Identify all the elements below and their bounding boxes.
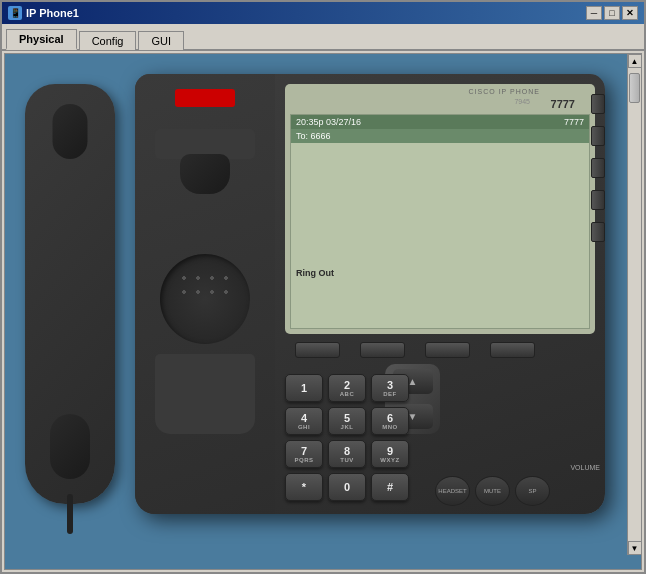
vertical-scrollbar: ▲ ▼ (627, 54, 641, 555)
screen-status: Ring Out (296, 268, 334, 278)
scroll-down-button[interactable]: ▼ (628, 541, 642, 555)
main-window: 📱 IP Phone1 ─ □ ✕ Physical Config GUI ▲ (0, 0, 646, 574)
key-9[interactable]: 9 WXYZ (371, 440, 409, 468)
title-bar-left: 📱 IP Phone1 (8, 6, 79, 20)
title-bar: 📱 IP Phone1 ─ □ ✕ (2, 2, 644, 24)
window-title: IP Phone1 (26, 7, 79, 19)
tab-bar: Physical Config GUI (2, 24, 644, 51)
screen-ext: 7777 (564, 117, 584, 127)
key-6[interactable]: 6 MNO (371, 407, 409, 435)
volume-label: VOLUME (435, 464, 600, 471)
phone-screen: 20:35p 03/27/16 7777 To: 6666 Ring Out (290, 114, 590, 329)
screen-main-area: Ring Out (291, 143, 589, 283)
tab-gui[interactable]: GUI (138, 31, 184, 50)
softkey-3[interactable] (425, 342, 470, 358)
keypad: 1 2 ABC 3 DEF 4 (285, 374, 409, 501)
indicator-light (175, 89, 235, 107)
key-2[interactable]: 2 ABC (328, 374, 366, 402)
phone-body: CISCO IP PHONE 7945 7777 20:35p 03/27/16… (135, 74, 605, 514)
phone-viewport: CISCO IP PHONE 7945 7777 20:35p 03/27/16… (5, 54, 641, 569)
model-label: 7945 (514, 98, 530, 105)
side-btn-3[interactable] (591, 158, 605, 178)
speaker-button[interactable]: SP (515, 476, 550, 506)
mute-button[interactable]: MUTE (475, 476, 510, 506)
side-btn-4[interactable] (591, 190, 605, 210)
key-8[interactable]: 8 TUV (328, 440, 366, 468)
key-3[interactable]: 3 DEF (371, 374, 409, 402)
bottom-controls: VOLUME HEADSET MUTE SP (435, 464, 600, 506)
key-5[interactable]: 5 JKL (328, 407, 366, 435)
cradle-pad-bottom (155, 354, 255, 434)
headset-button[interactable]: HEADSET (435, 476, 470, 506)
screen-to-field: To: 6666 (291, 129, 589, 143)
speaker-grille (170, 264, 240, 334)
side-btn-2[interactable] (591, 126, 605, 146)
handset-cord (67, 494, 73, 534)
scroll-up-button[interactable]: ▲ (628, 54, 642, 68)
softkey-1[interactable] (295, 342, 340, 358)
softkey-2[interactable] (360, 342, 405, 358)
key-1[interactable]: 1 (285, 374, 323, 402)
app-icon: 📱 (8, 6, 22, 20)
key-hash[interactable]: # (371, 473, 409, 501)
tab-config[interactable]: Config (79, 31, 137, 50)
phone-scene: CISCO IP PHONE 7945 7777 20:35p 03/27/16… (5, 54, 625, 544)
softkeys-row (285, 342, 545, 358)
scroll-thumb-v[interactable] (629, 73, 640, 103)
scroll-track-v (628, 68, 641, 541)
side-btn-1[interactable] (591, 94, 605, 114)
screen-side-buttons (591, 94, 605, 242)
title-controls: ─ □ ✕ (586, 6, 638, 20)
side-btn-5[interactable] (591, 222, 605, 242)
screen-time-bar: 20:35p 03/27/16 7777 (291, 115, 589, 129)
tab-physical[interactable]: Physical (6, 29, 77, 50)
close-button[interactable]: ✕ (622, 6, 638, 20)
hms-row: HEADSET MUTE SP (435, 476, 600, 506)
handset (25, 84, 115, 504)
key-0[interactable]: 0 (328, 473, 366, 501)
handset-earpiece (53, 104, 88, 159)
screen-housing: CISCO IP PHONE 7945 7777 20:35p 03/27/16… (285, 84, 595, 334)
phone-right: CISCO IP PHONE 7945 7777 20:35p 03/27/16… (275, 74, 605, 514)
screen-time: 20:35p 03/27/16 (296, 117, 361, 127)
softkey-4[interactable] (490, 342, 535, 358)
handset-mouthpiece (50, 414, 90, 479)
key-star[interactable]: * (285, 473, 323, 501)
key-4[interactable]: 4 GHI (285, 407, 323, 435)
brand-label: CISCO IP PHONE (469, 88, 540, 95)
maximize-button[interactable]: □ (604, 6, 620, 20)
cradle (135, 74, 275, 514)
minimize-button[interactable]: ─ (586, 6, 602, 20)
cradle-speaker (160, 254, 250, 344)
key-7[interactable]: 7 PQRS (285, 440, 323, 468)
content-area: ▲ ▼ ◄ ► (4, 53, 642, 570)
extension-label: 7777 (551, 98, 575, 110)
cradle-hook (180, 154, 230, 194)
